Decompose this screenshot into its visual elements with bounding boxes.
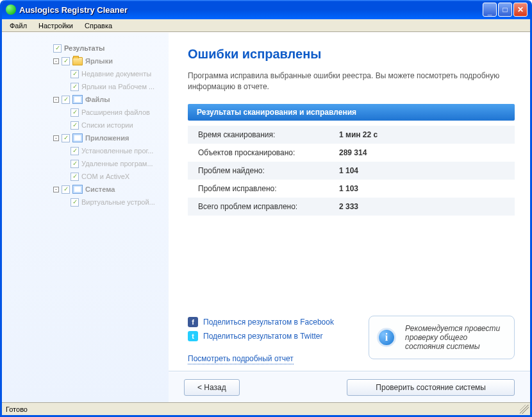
tree-group-label: Приложения (85, 132, 129, 144)
tree-leaf[interactable]: Удаленные програм... (53, 157, 166, 170)
results-table: Время сканирования:1 мин 22 с Объектов п… (188, 126, 515, 216)
tree-leaf[interactable]: Ярлыки на Рабочем ... (53, 80, 166, 93)
checkbox-icon[interactable] (71, 108, 79, 117)
page-description: Программа исправила выбранные ошибки рее… (188, 71, 515, 92)
checkbox-icon[interactable] (71, 147, 79, 155)
checkbox-icon[interactable] (71, 70, 79, 78)
twitter-icon: t (188, 331, 198, 341)
tree-group[interactable]: - Ярлыки (53, 55, 166, 67)
back-button[interactable]: < Назад (184, 379, 240, 396)
button-bar: < Назад Проверить состояние системы (169, 371, 530, 402)
tree-leaf[interactable]: COM и ActiveX (53, 170, 166, 183)
app-window: Auslogics Registry Cleaner _ □ ✕ Файл На… (0, 0, 532, 417)
check-system-button[interactable]: Проверить состояние системы (347, 379, 515, 396)
checkbox-icon[interactable] (62, 185, 70, 194)
menu-help[interactable]: Справка (81, 21, 116, 30)
checkbox-icon[interactable] (71, 83, 79, 91)
view-report-link[interactable]: Посмотреть подробный отчет (188, 354, 294, 364)
result-row: Проблем найдено:1 104 (188, 162, 515, 180)
category-tree: Результаты - Ярлыки Недавние документы Я… (53, 33, 169, 402)
checkbox-icon[interactable] (71, 121, 79, 130)
maximize-button[interactable]: □ (498, 3, 512, 17)
collapse-icon[interactable]: - (53, 58, 59, 64)
statusbar: Готово (2, 402, 530, 415)
tree-leaf[interactable]: Установленные прог... (53, 144, 166, 157)
result-row: Объектов просканировано:289 314 (188, 144, 515, 162)
checkbox-icon[interactable] (62, 134, 70, 142)
tree-leaf[interactable]: Расширения файлов (53, 106, 166, 119)
checkbox-icon[interactable] (71, 198, 79, 207)
result-row: Время сканирования:1 мин 22 с (188, 126, 515, 144)
tree-group-label: Ярлыки (85, 55, 113, 67)
collapse-icon[interactable]: - (53, 97, 59, 103)
tree-group-label: Файлы (85, 93, 110, 106)
status-text: Готово (6, 405, 28, 413)
minimize-button[interactable]: _ (483, 3, 497, 17)
window-title: Auslogics Registry Cleaner (19, 5, 483, 15)
info-icon: i (377, 328, 396, 347)
menu-settings[interactable]: Настройки (35, 21, 77, 30)
page-heading: Ошибки исправлены (188, 47, 515, 62)
folder-icon (72, 57, 83, 65)
body-area: Результаты - Ярлыки Недавние документы Я… (2, 32, 530, 402)
content-pane: Ошибки исправлены Программа исправила вы… (169, 33, 530, 371)
menu-file[interactable]: Файл (6, 21, 31, 30)
resize-grip-icon[interactable] (520, 405, 529, 414)
tree-leaf[interactable]: Недавние документы (53, 67, 166, 80)
checkbox-icon[interactable] (53, 44, 62, 53)
tree-group[interactable]: - Система (53, 183, 166, 196)
result-row: Проблем исправлено:1 103 (188, 180, 515, 198)
results-section-header: Результаты сканирования и исправления (188, 104, 515, 121)
tree-root-label: Результаты (64, 42, 104, 55)
tree-group[interactable]: - Приложения (53, 132, 166, 144)
tree-leaf[interactable]: Виртуальные устрой... (53, 196, 166, 208)
checkbox-icon[interactable] (71, 160, 79, 168)
share-twitter-link[interactable]: Поделиться результатом в Twitter (203, 332, 323, 341)
module-icon (72, 185, 83, 194)
checkbox-icon[interactable] (71, 173, 79, 181)
share-facebook-link[interactable]: Поделиться результатом в Facebook (203, 318, 334, 327)
checkbox-icon[interactable] (62, 96, 70, 104)
module-icon (72, 95, 83, 104)
close-button[interactable]: ✕ (513, 3, 528, 17)
titlebar[interactable]: Auslogics Registry Cleaner _ □ ✕ (2, 0, 530, 19)
tree-group[interactable]: - Файлы (53, 93, 166, 106)
menubar: Файл Настройки Справка (2, 19, 530, 32)
recommendation-callout: i Рекомендуется провести проверку общего… (369, 316, 515, 359)
module-icon (72, 133, 83, 142)
app-icon (6, 4, 16, 15)
tree-root[interactable]: Результаты (53, 42, 166, 55)
checkbox-icon[interactable] (62, 57, 70, 65)
facebook-icon: f (188, 317, 198, 327)
left-gutter (2, 33, 53, 402)
recommendation-text: Рекомендуется провести проверку общего с… (405, 324, 500, 351)
collapse-icon[interactable]: - (53, 187, 59, 192)
result-row: Всего проблем исправлено:2 333 (188, 198, 515, 216)
tree-leaf[interactable]: Списки истории (53, 119, 166, 132)
tree-group-label: Система (85, 183, 115, 196)
collapse-icon[interactable]: - (53, 135, 59, 141)
